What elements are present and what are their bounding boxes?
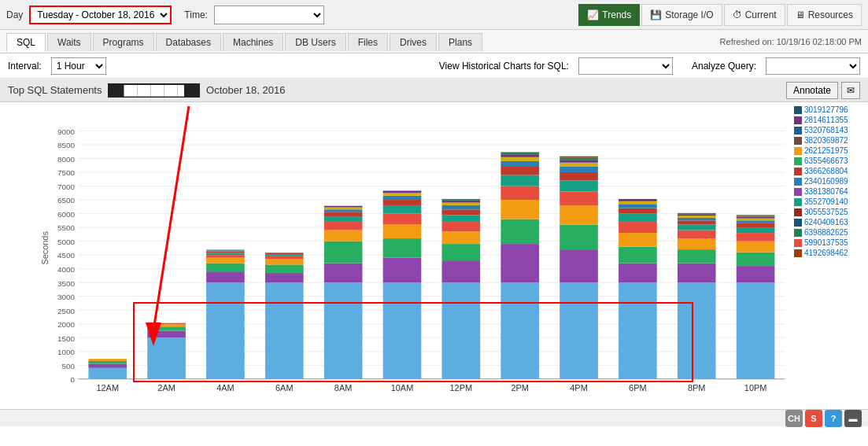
annotate-button[interactable]: Annotate [786, 82, 838, 99]
svg-rect-121 [619, 247, 657, 264]
svg-rect-105 [500, 154, 539, 157]
tab-programs[interactable]: Programs [93, 33, 154, 51]
legend-label: 2621251975 [804, 146, 848, 155]
svg-rect-96 [500, 282, 539, 379]
chart-svg: Seconds 05001000150020002500300035004000… [39, 109, 789, 409]
legend-item[interactable]: 3055537525 [794, 208, 863, 216]
svg-rect-112 [560, 181, 598, 192]
svg-rect-62 [265, 256, 304, 260]
chart-actions: Annotate ✉ [786, 82, 860, 99]
tab-waits[interactable]: Waits [47, 33, 91, 51]
svg-rect-77 [383, 238, 422, 258]
svg-rect-122 [619, 233, 657, 247]
time-label: Time: [184, 9, 208, 20]
svg-text:2PM: 2PM [511, 383, 529, 393]
interval-label: Interval: [8, 61, 42, 72]
legend-item[interactable]: 3381380764 [794, 187, 863, 196]
tab-plans[interactable]: Plans [438, 33, 482, 51]
svg-rect-44 [147, 337, 186, 379]
icon-ch[interactable]: CH [785, 410, 803, 427]
legend-color [794, 116, 802, 124]
interval-select[interactable]: 1 Hour30 Min15 Min [51, 57, 106, 75]
time-select[interactable] [214, 6, 324, 24]
legend-item[interactable]: 2340160989 [794, 177, 863, 186]
svg-rect-51 [206, 264, 245, 272]
legend-item[interactable]: 5990137535 [794, 238, 863, 247]
svg-text:6AM: 6AM [275, 383, 294, 393]
legend-color [794, 106, 802, 114]
tab-dbusers[interactable]: DB Users [285, 33, 345, 51]
hist-select[interactable] [578, 57, 673, 75]
trends-button[interactable]: 📈 Trends [578, 4, 640, 26]
svg-rect-138 [678, 214, 716, 216]
legend-item[interactable]: 5320768143 [794, 126, 863, 135]
chart-title-bar: █████████ [108, 83, 200, 98]
svg-rect-99 [500, 200, 539, 219]
legend-item[interactable]: 2814611355 [794, 116, 863, 124]
tab-drives[interactable]: Drives [390, 33, 437, 51]
current-button[interactable]: ⏱ Current [724, 4, 785, 26]
analyze-select[interactable] [766, 57, 860, 75]
svg-rect-143 [737, 241, 775, 252]
svg-rect-103 [500, 161, 539, 167]
svg-text:8AM: 8AM [334, 383, 353, 393]
svg-rect-125 [619, 208, 657, 214]
legend-item[interactable]: 6240409163 [794, 218, 863, 227]
svg-rect-60 [265, 264, 304, 273]
storage-io-button[interactable]: 💾 Storage I/O [641, 4, 722, 26]
svg-rect-45 [147, 330, 186, 337]
svg-rect-113 [560, 172, 598, 181]
svg-rect-57 [206, 249, 245, 250]
legend-item[interactable]: 3019127796 [794, 105, 863, 114]
svg-rect-53 [206, 255, 245, 258]
svg-rect-102 [500, 167, 539, 175]
legend-label: 3366268804 [804, 167, 848, 175]
chart-title: Top SQL Statements █████████ October 18,… [8, 83, 285, 98]
svg-rect-134 [678, 225, 716, 230]
legend-label: 2340160989 [804, 177, 848, 186]
svg-rect-94 [442, 201, 481, 203]
legend-color [794, 168, 802, 175]
tab-sql[interactable]: SQL [6, 33, 46, 52]
legend-item[interactable]: 6398882625 [794, 228, 863, 237]
email-button[interactable]: ✉ [841, 82, 860, 99]
svg-rect-110 [560, 205, 598, 225]
svg-rect-47 [147, 324, 186, 326]
icon-s[interactable]: S [805, 410, 822, 427]
legend-item[interactable]: 2621251975 [794, 146, 863, 155]
svg-rect-58 [265, 282, 304, 379]
tab-machines[interactable]: Machines [223, 33, 283, 51]
svg-rect-61 [265, 259, 304, 264]
svg-rect-108 [560, 249, 598, 282]
svg-text:7000: 7000 [57, 182, 75, 191]
tab-files[interactable]: Files [348, 33, 388, 51]
icon-menu[interactable]: ▬ [844, 410, 862, 427]
tab-databases[interactable]: Databases [156, 33, 221, 51]
svg-text:2500: 2500 [57, 307, 75, 315]
svg-text:4AM: 4AM [216, 383, 235, 393]
svg-rect-52 [206, 258, 245, 264]
svg-rect-67 [324, 241, 363, 264]
legend-item[interactable]: 6355466673 [794, 157, 863, 165]
svg-text:3500: 3500 [57, 279, 75, 288]
svg-rect-133 [678, 230, 716, 239]
svg-text:2AM: 2AM [157, 383, 175, 393]
legend-item[interactable]: 4192698462 [794, 249, 863, 257]
icon-help[interactable]: ? [825, 410, 842, 427]
legend-label: 6398882625 [804, 228, 848, 237]
svg-rect-115 [560, 163, 598, 167]
svg-text:6PM: 6PM [629, 383, 647, 393]
svg-rect-64 [265, 252, 304, 254]
day-select[interactable]: Tuesday - October 18, 2016 [29, 6, 172, 24]
svg-rect-78 [383, 225, 422, 239]
legend-item[interactable]: 3820369872 [794, 136, 863, 145]
legend-item[interactable]: 3366268804 [794, 167, 863, 175]
legend-item[interactable]: 3552709140 [794, 197, 863, 206]
svg-rect-97 [500, 244, 539, 282]
svg-rect-83 [383, 193, 422, 196]
svg-rect-151 [737, 215, 775, 216]
resources-button[interactable]: 🖥 Resources [787, 4, 862, 26]
svg-text:500: 500 [61, 362, 75, 370]
svg-rect-69 [324, 222, 363, 230]
chart-legend: 3019127796281461135553207681433820369872… [789, 102, 868, 409]
